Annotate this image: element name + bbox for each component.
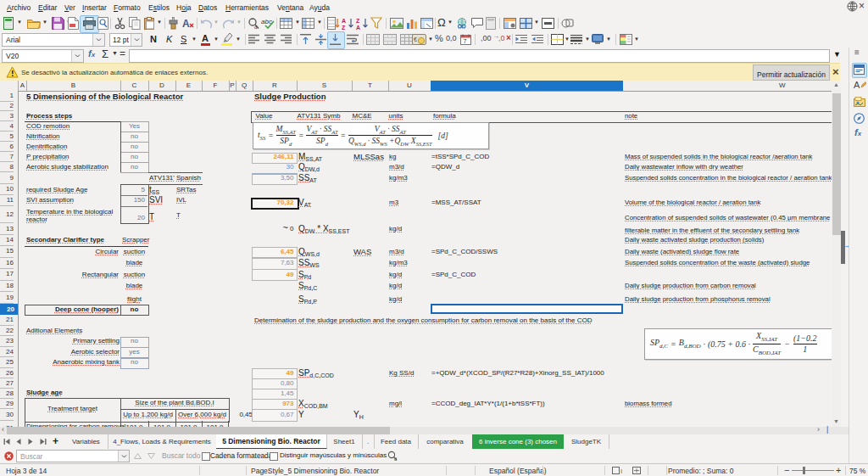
svg-text:€: € [414,36,417,42]
svg-text:A: A [356,25,360,30]
svg-text:A: A [182,18,190,30]
svg-text:Z: Z [356,18,360,24]
svg-text:d: d [394,456,397,462]
svg-text:A: A [342,18,346,24]
svg-text:d: d [254,25,257,30]
svg-text:I: I [620,468,622,474]
svg-text:7: 7 [464,38,467,44]
svg-text:Z: Z [342,25,346,30]
